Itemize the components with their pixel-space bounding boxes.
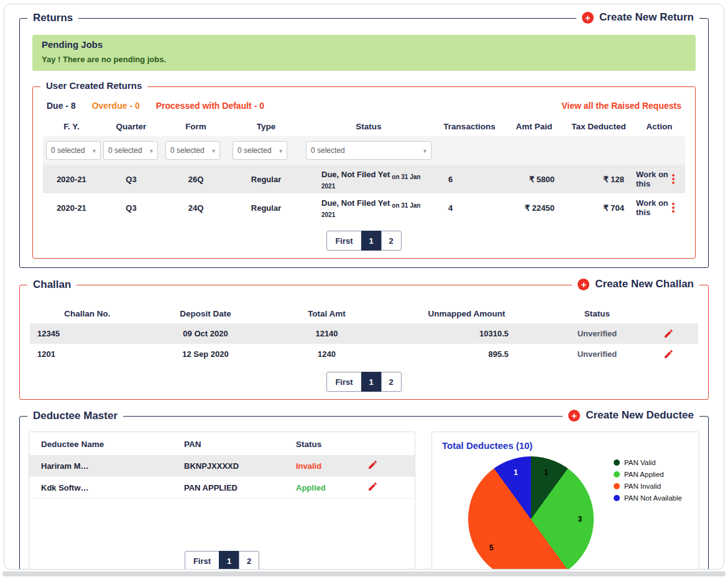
col-transactions: Transactions [435,116,504,136]
pagination-page-2[interactable]: 2 [381,372,402,392]
quarter-filter-dropdown[interactable]: 0 selected▾ [103,141,158,160]
overdue-count: Overdue - 0 [92,101,140,111]
legend-swatch [614,471,620,478]
filter-value: 0 selected [108,146,142,155]
col-form: Form [162,116,229,136]
transactions-value: 6 [435,170,504,189]
deposit-date-value: 09 Oct 2020 [145,324,266,343]
total-deductees-title: Total Deductees (10) [442,440,689,451]
pending-jobs-title: Pending Jobs [42,39,686,50]
pagination-first-button[interactable]: First [326,372,361,392]
amt-paid-value: ₹ 22450 [504,198,564,218]
returns-section: Returns + Create New Return Pending Jobs… [19,18,709,268]
col-action: Action [634,116,685,136]
returns-title: Returns [27,12,78,24]
deductee-edit-cell [366,477,405,498]
status-filter-dropdown[interactable]: 0 selected▾ [306,141,431,160]
col-fy: F. Y. [43,116,100,136]
work-on-this-link[interactable]: Work on this [636,198,669,217]
work-on-this-link[interactable]: Work on this [636,170,669,188]
create-new-return-label: Create New Return [599,11,694,24]
challan-title: Challan [27,279,76,291]
quarter-value: Q3 [100,170,162,189]
chevron-down-icon: ▾ [279,147,282,154]
pie-chart: 1351 [468,456,594,570]
pending-jobs-message: Yay ! There are no pending jobs. [42,55,686,64]
pagination-first-button[interactable]: First [326,231,361,251]
returns-pagination: First 1 2 [43,231,685,251]
form-value: 26Q [162,170,229,189]
deductee-master-title: Deductee Master [27,410,123,422]
pie-slice-label: 1 [514,468,518,477]
pie-slice-label: 1 [544,468,548,477]
pagination-page-1[interactable]: 1 [361,372,382,392]
filter-value: 0 selected [237,146,272,155]
edit-pencil-icon[interactable] [663,328,674,339]
total-amt-value: 1240 [266,344,387,364]
col-status: Status [294,432,366,455]
amt-paid-value: ₹ 5800 [504,170,564,189]
kebab-menu-icon[interactable] [669,201,678,215]
create-new-return-button[interactable]: + Create New Return [576,11,699,24]
form-filter-dropdown[interactable]: 0 selected▾ [165,141,220,160]
chevron-down-icon: ▾ [423,147,426,154]
plus-icon: + [582,12,594,24]
pie-slice-label: 5 [489,543,494,552]
pie-slice-label: 3 [578,515,582,524]
fy-filter-dropdown[interactable]: 0 selected▾ [46,141,101,160]
deductee-edit-cell [366,455,405,476]
challan-section: Challan + Create New Challan Challan No.… [19,285,709,400]
create-new-deductee-button[interactable]: + Create New Deductee [563,409,699,422]
returns-filter-row: 0 selected▾ 0 selected▾ 0 selected▾ 0 se… [43,136,685,165]
type-filter-dropdown[interactable]: 0 selected▾ [233,141,287,160]
fy-value: 2020-21 [43,170,100,189]
filter-value: 0 selected [170,146,205,155]
returns-table: F. Y. Quarter Form Type Status Transacti… [43,116,685,222]
col-status: Status [303,116,435,136]
legend-label: PAN Applied [624,471,664,478]
deductee-name-value: Kdk Softw… [39,479,182,497]
legend-item: PAN Applied [614,471,682,478]
challan-edit-cell [648,323,698,344]
legend-item: PAN Invalid [614,482,682,490]
legend-swatch [614,459,620,466]
pagination-page-1[interactable]: 1 [219,551,239,570]
legend-item: PAN Valid [614,459,682,466]
pagination-page-2[interactable]: 2 [239,551,259,570]
create-new-challan-button[interactable]: + Create New Challan [572,278,699,290]
pan-value: BKNPJXXXXD [182,457,294,475]
filter-value: 0 selected [51,146,85,155]
edit-pencil-icon[interactable] [663,349,674,359]
challan-no-value: 1201 [30,344,145,364]
edit-pencil-icon[interactable] [367,459,378,470]
plus-icon: + [578,279,589,290]
filter-value: 0 selected [311,146,345,155]
challan-table-header: Challan No. Deposit Date Total Amt Unmap… [30,303,698,323]
scrollbar-horizontal[interactable] [2,571,726,576]
legend-label: PAN Invalid [624,482,661,490]
pagination-first-button[interactable]: First [185,551,219,570]
legend-swatch [614,495,620,501]
unmapped-amount-value: 10310.5 [387,324,546,343]
col-deposit-date: Deposit Date [145,303,266,323]
pending-jobs-banner: Pending Jobs Yay ! There are no pending … [32,35,696,71]
create-new-deductee-label: Create New Deductee [586,409,694,422]
challan-status-value: Unverified [546,324,648,343]
legend-swatch [614,483,620,489]
view-all-raised-requests-link[interactable]: View all the Raised Requests [561,101,681,111]
deductee-table-card: Deductee Name PAN Status Hariram M… BKNP… [29,432,415,570]
deductee-chart-card: Total Deductees (10) 1351 PAN Valid PAN … [431,432,699,570]
status-value: Due, Not Filed Yeton 31 Jan 2021 [303,165,435,193]
return-row: 2020-21 Q3 24Q Regular Due, Not Filed Ye… [43,193,685,222]
deductee-status-value: Invalid [294,457,366,475]
pagination-page-2[interactable]: 2 [381,231,402,251]
edit-pencil-icon[interactable] [367,481,378,492]
pagination-page-1[interactable]: 1 [361,231,382,251]
due-count: Due - 8 [47,101,76,111]
col-amt-paid: Amt Paid [504,116,564,136]
legend-label: PAN Valid [624,459,656,466]
pan-value: PAN APPLIED [182,479,294,497]
kebab-menu-icon[interactable] [669,172,678,186]
deductee-status-value: Applied [294,479,366,497]
tds-dashboard-page: Returns + Create New Return Pending Jobs… [0,0,728,577]
